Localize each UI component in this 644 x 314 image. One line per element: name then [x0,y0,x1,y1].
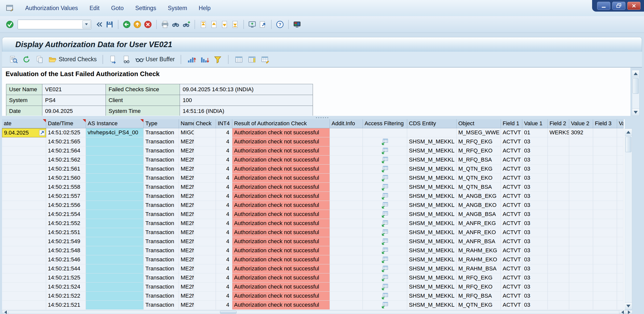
cell-int4[interactable]: 4 [216,301,232,310]
cell-datetime[interactable]: 14:50:21:521 [46,301,86,310]
cell-datetime[interactable]: 14:50:21:522 [46,292,86,301]
cell-result[interactable]: Authorization check not successful [232,301,330,310]
cell-type[interactable]: Transaction [144,137,179,146]
cell-type[interactable]: Transaction [144,301,179,310]
cell-value1[interactable]: 03 [522,210,548,219]
save-icon[interactable] [104,19,115,30]
cell-date[interactable] [2,264,46,273]
cell-addit_info[interactable] [330,273,363,282]
cell-result[interactable]: Authorization check not successful [232,219,330,228]
cell-type[interactable]: Transaction [144,210,179,219]
cell-as_instance[interactable] [86,219,144,228]
table-row[interactable]: 14:50:21:565TransactionME2N4Authorizatio… [2,137,625,146]
col-header-check[interactable]: Check [194,119,216,128]
col-header-as_instance[interactable]: AS Instance [86,119,144,128]
cell-check[interactable] [194,128,216,137]
cell-datetime[interactable]: 14:50:21:558 [46,183,86,192]
cell-check[interactable] [194,183,216,192]
find-icon[interactable] [170,19,181,30]
grid-scroll-down-button[interactable] [625,302,632,309]
menu-system[interactable]: System [168,5,187,12]
cell-addit_info[interactable] [330,301,363,310]
cell-as_instance[interactable] [86,201,144,210]
cell-check[interactable] [194,192,216,201]
cell-field2[interactable] [548,246,569,255]
cell-addit_info[interactable] [330,246,363,255]
cell-field1[interactable]: ACTVT [501,228,522,237]
cell-field3[interactable] [593,183,617,192]
col-header-datetime[interactable]: Date/Time [46,119,86,128]
cell-as_instance[interactable] [86,228,144,237]
col-header-va[interactable]: Va [617,119,624,128]
cell-access_filtering[interactable] [363,228,407,237]
cell-value1[interactable]: 03 [522,237,548,246]
command-dropdown-icon[interactable] [82,20,90,28]
cell-int4[interactable]: 4 [216,201,232,210]
cell-result[interactable]: Authorization check not successful [232,174,330,183]
cell-value1[interactable]: 03 [522,264,548,273]
cell-date[interactable] [2,183,46,192]
cell-value1[interactable]: 03 [522,192,548,201]
cell-va[interactable] [617,165,624,174]
cell-value1[interactable]: 03 [522,165,548,174]
grid-hscroll-thumb[interactable] [220,311,237,313]
cell-name[interactable]: ME2N [179,246,194,255]
cell-object[interactable]: M_RFQ_EKO [457,146,501,155]
cell-type[interactable]: Transaction [144,165,179,174]
menu-goto[interactable]: Goto [111,5,124,12]
cell-field2[interactable] [548,155,569,165]
cell-value1[interactable]: 03 [522,273,548,282]
cell-result[interactable]: Authorization check not successful [232,210,330,219]
cell-field1[interactable]: ACTVT [501,246,522,255]
cell-field3[interactable] [593,292,617,301]
cell-name[interactable]: ME2N [179,255,194,264]
cell-type[interactable]: Transaction [144,219,179,228]
print-icon[interactable] [160,19,170,30]
cell-object[interactable]: M_ANFR_EKO [457,228,501,237]
col-header-name[interactable]: Name [179,119,194,128]
cell-name[interactable]: ME2N [179,273,194,282]
col-header-field2[interactable]: Field 2 [548,119,569,128]
cell-va[interactable] [617,237,624,246]
col-header-value1[interactable]: Value 1 [522,119,548,128]
cell-value2[interactable] [569,301,593,310]
cell-field2[interactable] [548,219,569,228]
table-row[interactable]: 14:50:21:521TransactionME2N4Authorizatio… [2,301,625,310]
find-next-icon[interactable] [181,19,191,30]
cell-int4[interactable]: 4 [216,246,232,255]
table-grid-icon[interactable] [233,54,245,65]
cell-value2[interactable] [569,183,593,192]
cell-access_filtering[interactable] [363,183,407,192]
cell-int4[interactable]: 4 [216,155,232,165]
cell-addit_info[interactable] [330,255,363,264]
cell-value2[interactable] [569,192,593,201]
cell-field2[interactable] [548,146,569,155]
cell-result[interactable]: Authorization check not successful [232,264,330,273]
cell-as_instance[interactable] [86,165,144,174]
cell-int4[interactable]: 4 [216,128,232,137]
cell-date[interactable] [2,301,46,310]
table-row[interactable]: 14:50:21:551TransactionME2N4Authorizatio… [2,228,625,237]
cell-int4[interactable]: 4 [216,137,232,146]
table-row[interactable]: 14:50:21:564TransactionME2N4Authorizatio… [2,146,625,155]
copy-icon[interactable] [34,54,45,65]
cell-field1[interactable]: ACTVT [501,137,522,146]
table-row[interactable]: 14:50:21:548TransactionME2N4Authorizatio… [2,246,625,255]
cell-field1[interactable]: ACTVT [501,201,522,210]
cell-object[interactable]: M_RAHM_EKO [457,255,501,264]
cell-object[interactable]: M_RAHM_EKG [457,246,501,255]
cell-value2[interactable] [569,264,593,273]
cell-field2[interactable] [548,137,569,146]
cell-type[interactable]: Transaction [144,201,179,210]
cell-detail-icon[interactable] [39,130,45,136]
cell-access_filtering[interactable] [363,219,407,228]
cell-result[interactable]: Authorization check not successful [232,273,330,282]
cell-value1[interactable]: 03 [522,174,548,183]
cell-field1[interactable]: ACTVT [501,237,522,246]
cell-result[interactable]: Authorization check not successful [232,246,330,255]
cell-type[interactable]: Transaction [144,155,179,165]
cell-type[interactable]: Transaction [144,128,179,137]
cell-object[interactable]: M_ANFR_EKG [457,219,501,228]
menu-settings[interactable]: Settings [135,5,156,12]
table-row[interactable]: 14:50:21:560TransactionME2N4Authorizatio… [2,174,625,183]
